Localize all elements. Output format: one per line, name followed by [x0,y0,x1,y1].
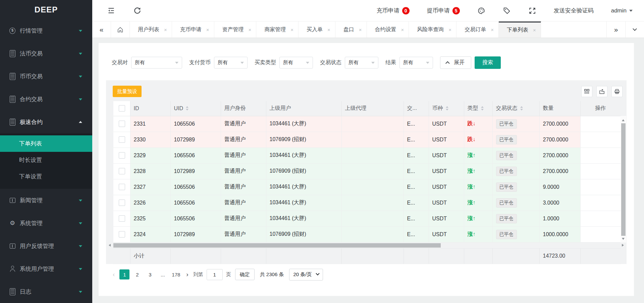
withdraw-requests-link[interactable]: 提币申请 5 [427,7,460,14]
page-button-0[interactable]: 1 [119,269,129,279]
tab-6[interactable]: 合约设置 × [367,21,409,38]
header-status[interactable]: 交易状态 [492,101,539,116]
filter-select[interactable]: 所有 [214,57,248,69]
tab-close-icon[interactable]: × [491,27,494,33]
tab-close-icon[interactable]: × [359,27,362,33]
page-button-4[interactable]: 178 [170,269,181,279]
tab-9[interactable]: 下单列表 × [499,21,541,38]
row-checkbox[interactable] [119,136,125,143]
cell-id: 2325 [130,211,170,226]
cell-action [580,147,621,163]
batch-preset-button[interactable]: 批量预设 [113,86,142,97]
page-button-2[interactable]: 3 [145,269,155,279]
vertical-scrollbar-thumb[interactable] [621,123,626,236]
fullscreen-button[interactable] [528,7,536,15]
header-uid[interactable]: UID [170,101,221,116]
sort-icon[interactable] [481,105,484,112]
tabs-menu-button[interactable] [625,21,644,38]
row-checkbox[interactable] [119,200,125,206]
tab-close-icon[interactable]: × [533,27,536,33]
horizontal-scrollbar[interactable] [106,243,627,248]
row-checkbox[interactable] [119,231,125,237]
tab-close-icon[interactable]: × [327,27,330,33]
sort-icon[interactable] [186,105,189,112]
tabs-scroll-left-button[interactable]: « [92,21,111,38]
tab-close-icon[interactable]: × [164,27,167,33]
scroll-left-icon[interactable] [107,244,111,247]
page-size-select[interactable]: 20 条/页 [289,269,323,280]
sidebar-bottom-item-4[interactable]: 日志 [0,280,92,303]
tab-2[interactable]: 资产管理 × [214,21,257,38]
header-parent[interactable]: 上级用户 [266,101,341,116]
collapse-sidebar-button[interactable] [107,7,115,14]
row-checkbox[interactable] [119,121,125,127]
page-button-1[interactable]: 2 [132,269,142,279]
sidebar-subitem-2[interactable]: 下单设置 [0,168,92,185]
tab-0[interactable]: 用户列表 × [130,21,172,38]
theme-button[interactable] [477,7,485,15]
header-amount[interactable]: 数量 [539,101,580,116]
tab-close-icon[interactable]: × [206,27,209,33]
sidebar-bottom-item-0[interactable]: 新闻管理 [0,189,92,212]
scroll-right-icon[interactable] [622,244,625,247]
tab-4[interactable]: 买入单 × [299,21,335,38]
filter-select[interactable]: 所有 [279,57,313,69]
sidebar-item-2[interactable]: 币币交易 [0,65,92,88]
tab-7[interactable]: 风险率查询 × [409,21,457,38]
sidebar-item-0[interactable]: 行情管理 [0,19,92,42]
goto-page-input[interactable] [207,269,223,280]
header-type[interactable]: 类型 [464,101,492,116]
tab-3[interactable]: 商家管理 × [256,21,299,38]
select-all-checkbox[interactable] [119,105,125,112]
row-checkbox[interactable] [119,152,125,159]
tabs-scroll-right-button[interactable]: » [606,21,625,38]
header-identity[interactable]: 用户身份 [221,101,266,116]
page-button-3[interactable]: ... [158,269,168,279]
sidebar-subitem-1[interactable]: 时长设置 [0,152,92,168]
deposit-requests-link[interactable]: 充币申请 0 [377,7,410,14]
sidebar-subitem-0[interactable]: 下单列表 [0,135,92,152]
header-agent[interactable]: 上级代理 [341,101,404,116]
horizontal-scrollbar-thumb[interactable] [113,243,441,248]
filter-select[interactable]: 所有 [399,57,433,69]
tab-close-icon[interactable]: × [401,27,404,33]
header-id[interactable]: ID [130,101,170,116]
tab-close-icon[interactable]: × [448,27,451,33]
home-tab-button[interactable] [111,21,130,38]
sidebar-item-3[interactable]: 合约交易 [0,88,92,111]
scroll-up-icon[interactable] [622,118,625,121]
header-coin[interactable]: 币种 [429,101,464,116]
header-pair[interactable]: 交... [404,101,429,116]
refresh-button[interactable] [133,7,141,14]
tab-5[interactable]: 盘口 × [335,21,367,38]
next-page-button[interactable]: › [186,271,188,278]
search-button[interactable]: 搜索 [475,56,501,69]
columns-settings-button[interactable] [581,86,592,97]
filter-select[interactable]: 所有 [345,57,378,69]
sidebar-bottom-item-2[interactable]: 用户反馈管理 [0,234,92,257]
tag-button[interactable] [503,7,511,15]
tab-8[interactable]: 交易订单 × [457,21,499,38]
user-menu[interactable]: admin [611,7,633,14]
sort-icon[interactable] [446,105,448,112]
row-checkbox[interactable] [119,168,125,174]
filter-select[interactable]: 所有 [131,57,182,69]
goto-confirm-button[interactable]: 确定 [235,269,255,280]
row-checkbox[interactable] [119,215,125,222]
scroll-down-icon[interactable] [622,238,625,241]
prev-page-button[interactable]: ‹ [113,271,115,278]
sidebar-item-1[interactable]: 法币交易 [0,42,92,65]
sort-icon[interactable] [520,105,523,112]
export-button[interactable] [596,86,607,97]
vertical-scrollbar[interactable] [621,116,626,243]
tab-close-icon[interactable]: × [290,27,293,33]
row-checkbox[interactable] [119,184,125,190]
sidebar-bottom-item-3[interactable]: 系统用户管理 [0,257,92,280]
tab-1[interactable]: 充币申请 × [172,21,214,38]
print-button[interactable] [611,86,623,97]
tab-close-icon[interactable]: × [249,27,252,33]
sidebar-item-speed-contract[interactable]: 极速合约 [0,111,92,133]
sidebar-bottom-item-1[interactable]: 系统管理 [0,212,92,234]
expand-filters-button[interactable]: 展开 [440,56,471,69]
send-security-code-button[interactable]: 发送安全验证码 [554,7,594,14]
